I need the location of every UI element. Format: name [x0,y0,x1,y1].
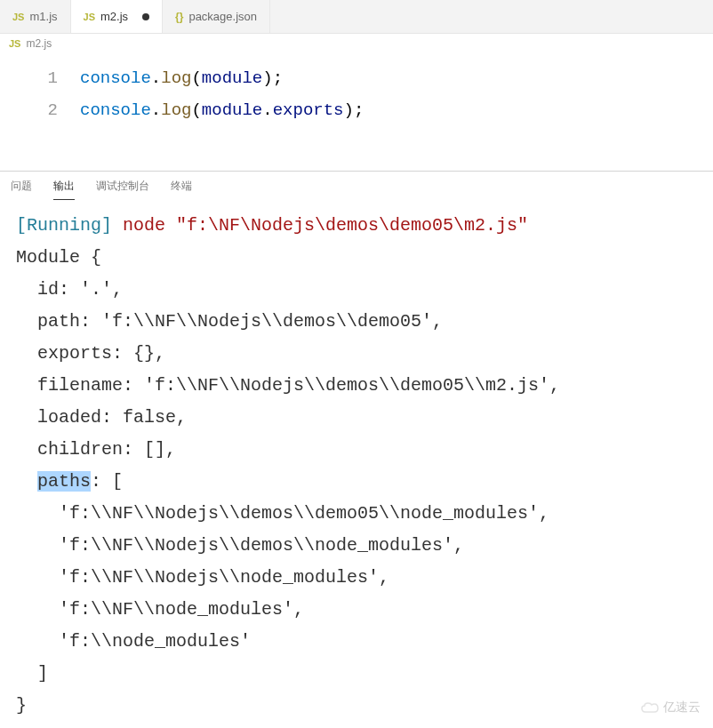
highlighted-key: paths [37,471,91,492]
code-line[interactable]: console.log(module.exports); [80,94,364,126]
code-token: console [80,68,151,88]
js-icon: JS [9,38,20,49]
panel-tab-bar: 问题 输出 调试控制台 终端 [0,172,713,201]
watermark-text: 亿速云 [663,700,701,716]
watermark: 亿速云 [640,700,701,716]
editor-tab-bar: JS m1.js JS m2.js {} package.json [0,0,713,34]
code-token: log [161,68,191,88]
bottom-panel: 问题 输出 调试控制台 终端 [Running] node "f:\NF\Nod… [0,171,713,728]
code-token: ( [191,68,201,88]
line-number: 1 [0,62,58,94]
code-line[interactable]: console.log(module); [80,62,364,94]
breadcrumb[interactable]: JS m2.js [0,34,713,53]
unsaved-dot-icon [142,13,149,20]
output-running: [Running] [16,215,112,236]
panel-tab-debug[interactable]: 调试控制台 [96,179,149,200]
output-content[interactable]: [Running] node "f:\NF\Nodejs\demos\demo0… [0,201,713,728]
tab-m2[interactable]: JS m2.js [71,0,164,33]
tab-label: m1.js [29,10,57,23]
tab-label: m2.js [100,10,128,23]
breadcrumb-label: m2.js [26,37,52,50]
code-token: ); [344,100,365,120]
code-token: exports [273,100,344,120]
code-token: . [151,100,161,120]
output-command: node "f:\NF\Nodejs\demos\demo05\m2.js" [123,215,528,236]
panel-tab-terminal[interactable]: 终端 [171,179,192,200]
panel-tab-problems[interactable]: 问题 [11,179,32,200]
code-token: module [202,100,262,120]
js-icon: JS [84,12,95,22]
code-token: ); [262,68,283,88]
cloud-icon [640,701,660,714]
code-token: log [161,100,191,120]
code-token: . [262,100,272,120]
code-token: module [202,68,262,88]
panel-tab-output[interactable]: 输出 [53,179,75,200]
code-token: ( [191,100,201,120]
json-icon: {} [175,11,183,23]
tab-label: package.json [188,10,257,23]
tab-package-json[interactable]: {} package.json [163,0,270,33]
code-token: console [80,100,151,120]
line-number: 2 [0,94,58,126]
code-token: . [151,68,161,88]
line-number-gutter: 1 2 [0,62,80,126]
js-icon: JS [12,12,24,22]
tab-m1[interactable]: JS m1.js [0,0,71,33]
code-content[interactable]: console.log(module);console.log(module.e… [80,62,364,126]
code-editor[interactable]: 1 2 console.log(module);console.log(modu… [0,53,713,144]
